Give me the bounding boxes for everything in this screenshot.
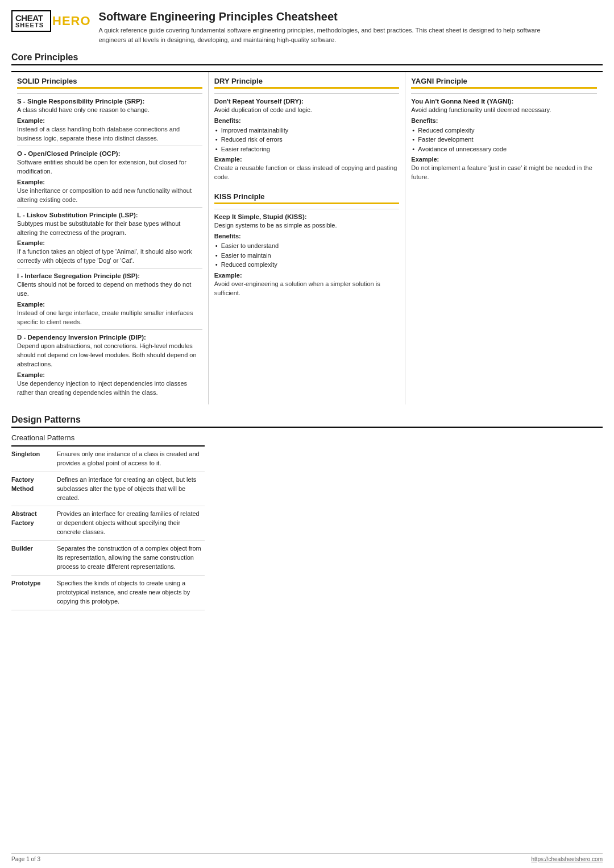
- dry-example-label: Example:: [214, 156, 400, 163]
- yagni-title: YAGNI Principle: [411, 77, 597, 89]
- dp-name-singleton: Singleton: [11, 450, 57, 468]
- kiss-name: Keep It Simple, Stupid (KISS):: [214, 213, 400, 220]
- kiss-section-title: KISS Principle: [214, 192, 400, 204]
- ocp-example: Use inheritance or composition to add ne…: [17, 187, 202, 205]
- solid-title: SOLID Principles: [17, 77, 202, 89]
- ocp-block: O - Open/Closed Principle (OCP): Softwar…: [17, 146, 202, 207]
- yagni-benefit-0: Reduced complexity: [411, 126, 597, 135]
- dp-row-abstract: Abstract Factory Provides an interface f…: [11, 506, 205, 541]
- ocp-name: O - Open/Closed Principle (OCP):: [17, 150, 202, 157]
- lsp-block: L - Liskov Substitution Principle (LSP):…: [17, 207, 202, 268]
- lsp-example: If a function takes an object of type 'A…: [17, 247, 202, 266]
- creational-table: Singleton Ensures only one instance of a…: [11, 445, 205, 610]
- ocp-example-label: Example:: [17, 179, 202, 185]
- dry-benefits-label: Benefits:: [214, 117, 400, 124]
- dip-name: D - Dependency Inversion Principle (DIP)…: [17, 334, 202, 341]
- dp-row-singleton: Singleton Ensures only one instance of a…: [11, 447, 205, 472]
- dp-row-prototype: Prototype Specifies the kinds of objects…: [11, 576, 205, 610]
- footer-link[interactable]: https://cheatsheetshero.com: [531, 856, 603, 862]
- core-principles-title: Core Principles: [11, 52, 603, 65]
- srp-example-label: Example:: [17, 117, 202, 124]
- kiss-benefits-list: Easier to understand Easier to maintain …: [214, 241, 400, 270]
- yagni-name: You Ain't Gonna Need It (YAGNI):: [411, 98, 597, 105]
- kiss-block: Keep It Simple, Stupid (KISS): Design sy…: [214, 209, 400, 300]
- srp-block: S - Single Responsibility Principle (SRP…: [17, 93, 202, 146]
- isp-example: Instead of one large interface, create m…: [17, 309, 202, 327]
- dp-row-builder: Builder Separates the construction of a …: [11, 541, 205, 576]
- dry-desc: Avoid duplication of code and logic.: [214, 106, 400, 115]
- design-patterns-title: Design Patterns: [11, 415, 603, 428]
- dp-name-factory: Factory Method: [11, 476, 57, 503]
- isp-desc: Clients should not be forced to depend o…: [17, 280, 202, 299]
- kiss-section: KISS Principle Keep It Simple, Stupid (K…: [214, 192, 400, 300]
- dry-benefit-0: Improved maintainability: [214, 126, 400, 135]
- yagni-block: You Ain't Gonna Need It (YAGNI): Avoid a…: [411, 93, 597, 184]
- dp-name-builder: Builder: [11, 544, 57, 572]
- dip-example-label: Example:: [17, 371, 202, 378]
- dry-title: DRY Principle: [214, 77, 400, 89]
- dip-block: D - Dependency Inversion Principle (DIP)…: [17, 329, 202, 400]
- dp-desc-abstract: Provides an interface for creating famil…: [57, 510, 205, 537]
- creational-subtitle: Creational Patterns: [11, 433, 603, 442]
- lsp-example-label: Example:: [17, 239, 202, 246]
- dry-benefit-1: Reduced risk of errors: [214, 135, 400, 144]
- kiss-benefit-0: Easier to understand: [214, 241, 400, 251]
- kiss-example-label: Example:: [214, 272, 400, 279]
- dp-desc-factory: Defines an interface for creating an obj…: [57, 476, 205, 503]
- yagni-column: YAGNI Principle You Ain't Gonna Need It …: [405, 72, 603, 404]
- dry-example: Create a reusable function or class inst…: [214, 164, 400, 182]
- dry-name: Don't Repeat Yourself (DRY):: [214, 98, 400, 105]
- yagni-benefit-2: Avoidance of unnecessary code: [411, 144, 597, 154]
- page-description: A quick reference guide covering fundame…: [99, 26, 565, 44]
- page-title: Software Engineering Principles Cheatshe…: [99, 10, 565, 23]
- dry-benefit-2: Easier refactoring: [214, 144, 400, 154]
- dp-row-factory: Factory Method Defines an interface for …: [11, 472, 205, 507]
- dip-example: Use dependency injection to inject depen…: [17, 379, 202, 398]
- dp-desc-singleton: Ensures only one instance of a class is …: [57, 450, 205, 468]
- yagni-example-label: Example:: [411, 156, 597, 163]
- dry-block: Don't Repeat Yourself (DRY): Avoid dupli…: [214, 93, 400, 184]
- logo-sheets: SHEETS: [15, 22, 47, 28]
- logo-box: CHEAT SHEETS: [11, 10, 51, 32]
- dip-desc: Depend upon abstractions, not concretion…: [17, 342, 202, 369]
- footer-page: Page 1 of 3: [11, 856, 40, 862]
- kiss-example: Avoid over-engineering a solution when a…: [214, 280, 400, 298]
- srp-name: S - Single Responsibility Principle (SRP…: [17, 98, 202, 105]
- isp-name: I - Interface Segregation Principle (ISP…: [17, 272, 202, 279]
- isp-block: I - Interface Segregation Principle (ISP…: [17, 268, 202, 329]
- header-text: Software Engineering Principles Cheatshe…: [99, 10, 565, 44]
- yagni-desc: Avoid adding functionality until deemed …: [411, 106, 597, 115]
- kiss-benefit-1: Easier to maintain: [214, 251, 400, 261]
- yagni-benefits-label: Benefits:: [411, 117, 597, 124]
- kiss-benefit-2: Reduced complexity: [214, 260, 400, 270]
- dp-name-prototype: Prototype: [11, 579, 57, 606]
- dp-desc-prototype: Specifies the kinds of objects to create…: [57, 579, 205, 606]
- lsp-name: L - Liskov Substitution Principle (LSP):: [17, 212, 202, 218]
- header: CHEAT SHEETS HERO Software Engineering P…: [11, 10, 603, 44]
- logo-cheat: CHEAT: [15, 14, 47, 22]
- dp-desc-builder: Separates the construction of a complex …: [57, 544, 205, 572]
- footer: Page 1 of 3 https://cheatsheetshero.com: [11, 853, 603, 862]
- yagni-benefits-list: Reduced complexity Faster development Av…: [411, 126, 597, 154]
- dry-kiss-column: DRY Principle Don't Repeat Yourself (DRY…: [209, 72, 406, 404]
- page: CHEAT SHEETS HERO Software Engineering P…: [0, 0, 614, 868]
- kiss-benefits-label: Benefits:: [214, 233, 400, 239]
- yagni-example: Do not implement a feature 'just in case…: [411, 164, 597, 182]
- yagni-benefit-1: Faster development: [411, 135, 597, 144]
- isp-example-label: Example:: [17, 301, 202, 308]
- srp-desc: A class should have only one reason to c…: [17, 106, 202, 115]
- srp-example: Instead of a class handling both databas…: [17, 125, 202, 143]
- logo-hero: HERO: [52, 14, 91, 28]
- kiss-desc: Design systems to be as simple as possib…: [214, 221, 400, 230]
- dry-benefits-list: Improved maintainability Reduced risk of…: [214, 126, 400, 154]
- ocp-desc: Software entities should be open for ext…: [17, 158, 202, 176]
- core-principles-grid: SOLID Principles S - Single Responsibili…: [11, 71, 603, 404]
- logo: CHEAT SHEETS HERO: [11, 10, 91, 32]
- dp-name-abstract: Abstract Factory: [11, 510, 57, 537]
- solid-column: SOLID Principles S - Single Responsibili…: [11, 72, 209, 404]
- lsp-desc: Subtypes must be substitutable for their…: [17, 220, 202, 238]
